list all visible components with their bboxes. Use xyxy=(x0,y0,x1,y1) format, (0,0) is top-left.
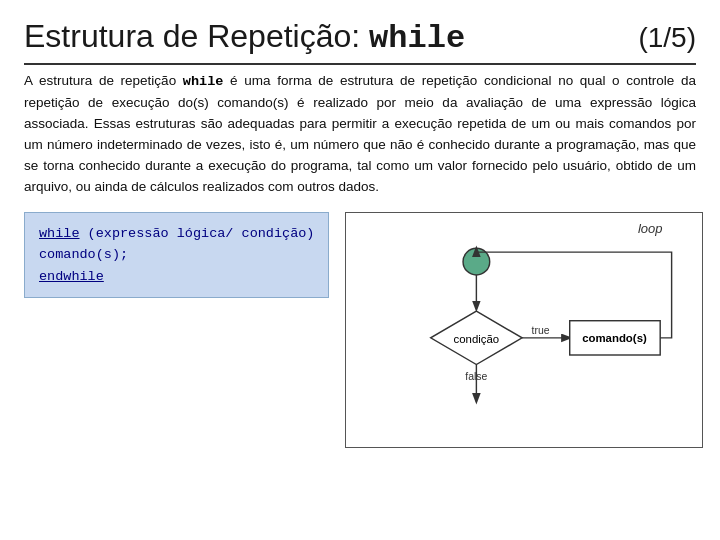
code-line-1-rest: (expressão lógica/ condição) xyxy=(80,226,315,241)
slide-page: Estrutura de Repetição: while (1/5) A es… xyxy=(0,0,720,540)
code-line-3: endwhile xyxy=(39,266,314,288)
while-inline-1: while xyxy=(183,74,224,89)
condition-label: condição xyxy=(454,332,500,344)
bottom-section: while (expressão lógica/ condição) coman… xyxy=(24,212,696,448)
slide-title: Estrutura de Repetição: while xyxy=(24,18,465,57)
slide-number: (1/5) xyxy=(638,22,696,54)
code-line-2: comando(s); xyxy=(39,244,314,266)
loop-label: loop xyxy=(638,221,663,236)
command-label: comando(s) xyxy=(583,331,648,343)
title-bar: Estrutura de Repetição: while (1/5) xyxy=(24,18,696,65)
description-block: A estrutura de repetição while é uma for… xyxy=(24,71,696,198)
diagram-container: loop condição true comando(s) xyxy=(345,212,703,448)
code-line-1: while (expressão lógica/ condição) xyxy=(39,223,314,245)
title-keyword: while xyxy=(369,20,465,57)
title-prefix: Estrutura de Repetição: xyxy=(24,18,369,54)
flowchart-diagram: condição true comando(s) false xyxy=(354,235,694,435)
while-keyword-code: while xyxy=(39,226,80,241)
code-block: while (expressão lógica/ condição) coman… xyxy=(24,212,329,299)
true-label: true xyxy=(532,325,550,336)
endwhile-keyword-code: endwhile xyxy=(39,269,104,284)
